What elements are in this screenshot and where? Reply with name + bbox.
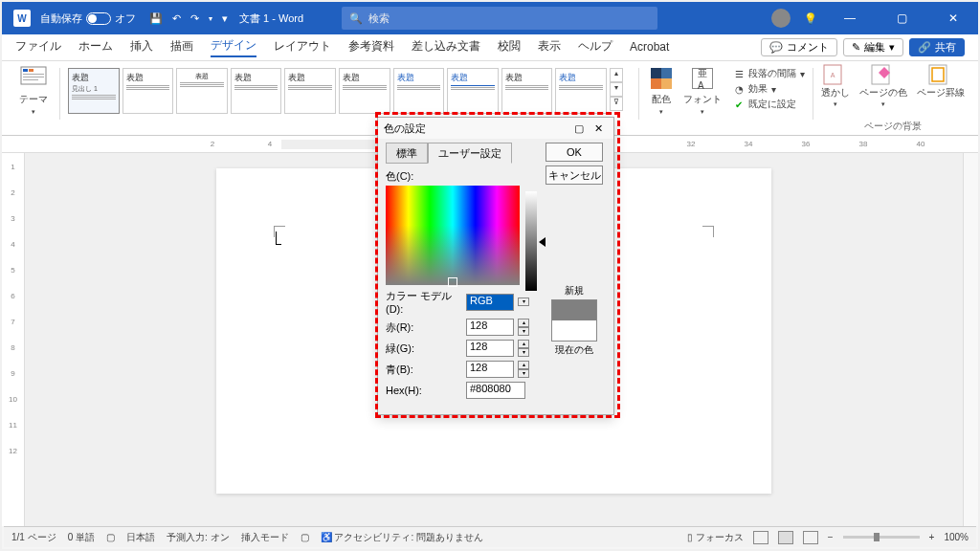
zoom-out-button[interactable]: −: [828, 532, 834, 542]
status-mode[interactable]: 挿入モード: [241, 531, 289, 544]
qat-more-icon[interactable]: ▾: [222, 12, 228, 25]
document-formatting-gallery[interactable]: 表題見出し 1 表題 表題 表題 表題 表題 表題 表題 表題 表題 ▴▾⊽: [68, 64, 623, 114]
spin-up-icon[interactable]: ▴: [518, 361, 529, 369]
status-predict[interactable]: 予測入力: オン: [167, 531, 230, 544]
gallery-more-icon[interactable]: ⊽: [610, 97, 623, 111]
tab-design[interactable]: デザイン: [211, 37, 256, 57]
tab-file[interactable]: ファイル: [15, 38, 61, 56]
tab-standard[interactable]: 標準: [386, 143, 428, 164]
zoom-level[interactable]: 100%: [944, 532, 969, 542]
tab-references[interactable]: 参考資料: [348, 38, 394, 56]
tab-draw[interactable]: 描画: [170, 38, 193, 56]
spin-up-icon[interactable]: ▴: [518, 340, 529, 348]
blue-input[interactable]: 128: [466, 361, 514, 378]
blue-label: 青(B):: [386, 363, 462, 377]
spectrum-marker: [448, 277, 457, 287]
style-item[interactable]: 表題: [393, 68, 445, 114]
paragraph-spacing-button[interactable]: ☰段落の間隔 ▾: [733, 66, 805, 81]
status-accessibility[interactable]: ♿ アクセシビリティ: 問題ありません: [321, 531, 483, 544]
help-icon[interactable]: 💡: [804, 12, 817, 25]
gallery-down-icon[interactable]: ▾: [610, 82, 623, 97]
status-page[interactable]: 1/1 ページ: [11, 531, 56, 544]
style-item[interactable]: 表題: [284, 68, 336, 114]
zoom-slider[interactable]: [843, 536, 920, 539]
color-model-select[interactable]: RGB: [466, 294, 514, 311]
ruler-vertical[interactable]: 123456789101112: [2, 153, 25, 526]
tab-acrobat[interactable]: Acrobat: [630, 40, 669, 55]
tab-insert[interactable]: 挿入: [130, 38, 153, 56]
book-icon[interactable]: ▢: [106, 532, 115, 542]
watermark-button[interactable]: A 透かし▾: [821, 64, 850, 108]
macro-icon[interactable]: ▢: [301, 532, 309, 542]
tab-home[interactable]: ホーム: [78, 38, 113, 56]
view-print-icon[interactable]: [778, 531, 793, 544]
color-preview: [551, 299, 597, 342]
dialog-maximize-icon[interactable]: ▢: [569, 122, 589, 135]
zoom-in-button[interactable]: +: [929, 532, 935, 542]
gallery-up-icon[interactable]: ▴: [610, 68, 623, 82]
style-item[interactable]: 表題: [447, 68, 499, 114]
minimize-button[interactable]: —: [831, 11, 869, 25]
title-bar: W 自動保存 オフ 💾 ↶ ↷ ▾ ▾ 文書 1 - Word 🔍 検索 💡 —…: [2, 2, 978, 34]
themes-button[interactable]: テーマ ▾: [15, 64, 52, 118]
status-language[interactable]: 日本語: [126, 531, 155, 544]
tab-view[interactable]: 表示: [538, 38, 561, 56]
fonts-button[interactable]: 亜A フォント▾: [679, 64, 725, 118]
view-web-icon[interactable]: [803, 531, 818, 544]
style-item[interactable]: 表題: [122, 68, 174, 114]
spin-down-icon[interactable]: ▾: [518, 327, 529, 336]
user-avatar[interactable]: [771, 9, 791, 28]
cancel-button[interactable]: キャンセル: [546, 165, 603, 185]
red-input[interactable]: 128: [466, 319, 514, 336]
tab-layout[interactable]: レイアウト: [274, 38, 331, 56]
spin-down-icon[interactable]: ▾: [518, 369, 529, 378]
style-item[interactable]: 表題: [555, 68, 607, 114]
effects-button[interactable]: ◔効果 ▾: [733, 81, 805, 97]
style-item[interactable]: 表題見出し 1: [68, 68, 120, 114]
svg-rect-5: [23, 79, 38, 80]
focus-mode-button[interactable]: ▯ フォーカス: [687, 531, 744, 544]
palette-icon: [651, 68, 672, 89]
style-item[interactable]: 表題: [501, 68, 553, 114]
app-icon: W: [13, 10, 31, 27]
share-button[interactable]: 🔗 共有: [909, 38, 965, 56]
spin-up-icon[interactable]: ▴: [518, 319, 529, 327]
page-borders-button[interactable]: ページ罫線: [917, 64, 965, 108]
qat-dropdown-icon[interactable]: ▾: [209, 14, 212, 23]
green-input[interactable]: 128: [466, 340, 514, 357]
scrollbar-vertical[interactable]: [963, 153, 978, 526]
undo-icon[interactable]: ↶: [172, 12, 181, 25]
status-words[interactable]: 0 単語: [68, 531, 95, 544]
comments-button[interactable]: 💬 コメント: [761, 38, 837, 56]
style-item[interactable]: 表題: [231, 68, 282, 114]
color-label: 色(C):: [386, 169, 543, 184]
tab-help[interactable]: ヘルプ: [578, 38, 612, 56]
save-icon[interactable]: 💾: [149, 12, 163, 25]
maximize-button[interactable]: ▢: [882, 11, 921, 25]
hex-input[interactable]: #808080: [466, 382, 525, 399]
chevron-down-icon[interactable]: ▾: [518, 298, 529, 306]
dialog-titlebar[interactable]: 色の設定 ▢ ✕: [378, 118, 613, 139]
page-borders-icon: [928, 64, 953, 85]
editing-button[interactable]: ✎ 編集 ▾: [843, 38, 903, 56]
page-color-button[interactable]: ページの色▾: [859, 64, 907, 108]
hex-label: Hex(H):: [386, 385, 462, 396]
luminance-slider[interactable]: [525, 191, 537, 291]
style-item[interactable]: 表題: [339, 68, 390, 114]
redo-icon[interactable]: ↷: [190, 12, 199, 25]
spin-down-icon[interactable]: ▾: [518, 348, 529, 357]
dialog-close-icon[interactable]: ✕: [589, 122, 608, 135]
color-dialog: 色の設定 ▢ ✕ 標準 ユーザー設定 色(C): カラー モデル(D): RGB…: [377, 117, 614, 415]
tab-review[interactable]: 校閲: [498, 38, 521, 56]
tab-mailings[interactable]: 差し込み文書: [412, 38, 480, 56]
set-default-button[interactable]: ✔既定に設定: [733, 97, 805, 112]
autosave-toggle[interactable]: 自動保存 オフ: [40, 11, 136, 26]
search-box[interactable]: 🔍 検索: [342, 7, 657, 30]
tab-custom[interactable]: ユーザー設定: [428, 143, 512, 164]
style-item[interactable]: 表題: [176, 68, 228, 114]
color-spectrum[interactable]: [386, 186, 520, 285]
close-button[interactable]: ✕: [934, 11, 972, 25]
view-read-icon[interactable]: [753, 531, 768, 544]
ok-button[interactable]: OK: [546, 143, 603, 162]
colors-button[interactable]: 配色▾: [647, 64, 676, 118]
